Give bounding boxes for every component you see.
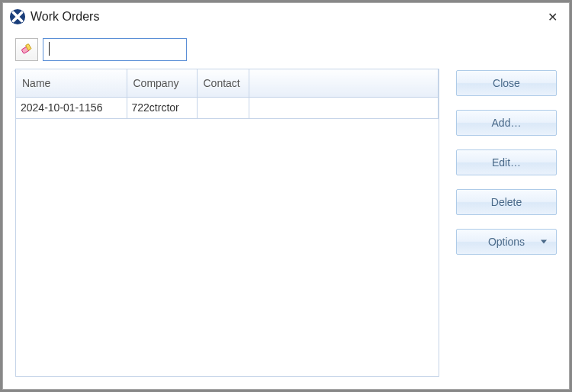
edit-button-label: Edit… <box>492 156 521 169</box>
close-icon: ✕ <box>548 10 558 24</box>
work-orders-window: Work Orders ✕ <box>2 2 570 390</box>
table-row[interactable]: 2024-10-01-1156 722ctrctor <box>16 97 439 118</box>
text-cursor <box>49 42 50 56</box>
side-buttons: Close Add… Edit… Delete Options <box>456 38 557 377</box>
cell-company: 722ctrctor <box>127 97 197 118</box>
main-column: Name Company Contact 2024-10-01-1156 722… <box>15 38 439 377</box>
column-header-company[interactable]: Company <box>127 69 197 97</box>
search-row <box>15 38 439 61</box>
delete-button-label: Delete <box>491 196 522 208</box>
options-button-label: Options <box>488 236 525 248</box>
window-title: Work Orders <box>31 10 543 24</box>
clear-search-button[interactable] <box>15 38 38 61</box>
chevron-down-icon <box>541 240 547 244</box>
add-button-label: Add… <box>492 117 522 129</box>
eraser-icon <box>20 42 34 58</box>
cell-contact <box>197 97 249 118</box>
edit-button[interactable]: Edit… <box>456 149 557 175</box>
table-header-row: Name Company Contact <box>16 69 439 97</box>
content-area: Name Company Contact 2024-10-01-1156 722… <box>3 31 569 389</box>
delete-button[interactable]: Delete <box>456 189 557 215</box>
column-header-blank[interactable] <box>249 69 439 97</box>
options-button[interactable]: Options <box>456 229 557 255</box>
titlebar: Work Orders ✕ <box>3 3 569 31</box>
work-orders-table[interactable]: Name Company Contact 2024-10-01-1156 722… <box>15 69 439 377</box>
app-x-icon <box>9 8 26 25</box>
column-header-name[interactable]: Name <box>16 69 127 97</box>
window-close-button[interactable]: ✕ <box>543 8 561 26</box>
add-button[interactable]: Add… <box>456 110 557 136</box>
column-header-contact[interactable]: Contact <box>197 69 249 97</box>
close-button-label: Close <box>493 77 520 89</box>
cell-name: 2024-10-01-1156 <box>16 97 127 118</box>
search-input-wrap <box>43 38 439 61</box>
search-input[interactable] <box>43 38 187 61</box>
close-button[interactable]: Close <box>456 70 557 96</box>
cell-rest <box>249 97 439 118</box>
